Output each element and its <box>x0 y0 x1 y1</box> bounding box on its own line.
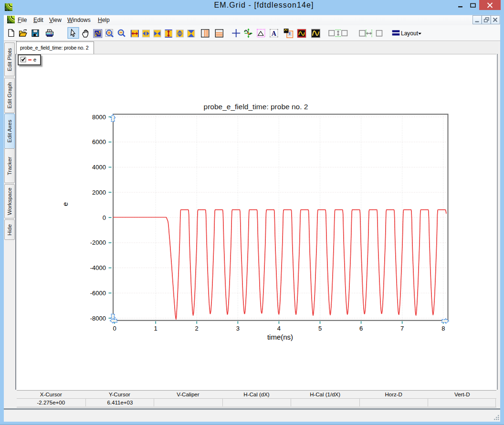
svg-text:1: 1 <box>154 325 157 332</box>
svg-text:time(ns): time(ns) <box>267 333 293 341</box>
svg-text:probe_e_field_time: probe no.: probe_e_field_time: probe no. 2 <box>204 103 308 111</box>
svg-text:-4000: -4000 <box>90 264 106 271</box>
svg-text:7: 7 <box>400 325 404 332</box>
svg-text:0: 0 <box>113 325 116 332</box>
svg-text:6: 6 <box>359 325 363 332</box>
svg-text:6000: 6000 <box>92 138 106 145</box>
svg-text:4: 4 <box>277 325 281 332</box>
svg-text:0: 0 <box>103 214 106 221</box>
svg-text:-6000: -6000 <box>90 290 106 297</box>
svg-text:4000: 4000 <box>92 164 106 171</box>
svg-text:5: 5 <box>318 325 322 332</box>
svg-text:2: 2 <box>195 325 199 332</box>
svg-text:e: e <box>62 202 69 206</box>
svg-text:8000: 8000 <box>92 114 106 121</box>
svg-text:2000: 2000 <box>92 189 106 196</box>
svg-text:3: 3 <box>236 325 240 332</box>
svg-text:-8000: -8000 <box>90 315 106 322</box>
svg-text:8: 8 <box>441 325 445 332</box>
svg-text:-2000: -2000 <box>90 239 106 246</box>
